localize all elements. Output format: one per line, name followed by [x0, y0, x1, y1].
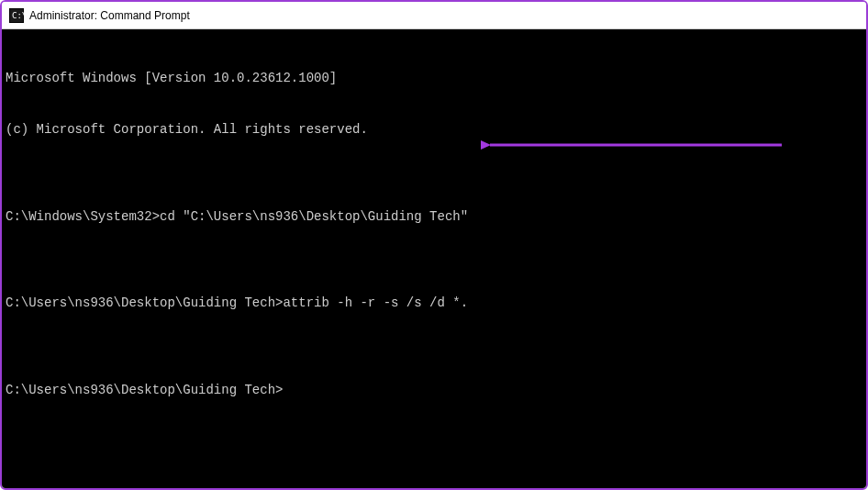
terminal-line: C:\Users\ns936\Desktop\Guiding Tech>attr…: [6, 295, 862, 312]
cmd-icon: C:\: [9, 8, 24, 23]
terminal-line: (c) Microsoft Corporation. All rights re…: [6, 121, 862, 139]
terminal-line: Microsoft Windows [Version 10.0.23612.10…: [6, 70, 862, 87]
command-prompt-window: C:\ Administrator: Command Prompt Micros…: [2, 2, 866, 488]
svg-text:C:\: C:\: [12, 11, 24, 20]
terminal-line: C:\Windows\System32>cd "C:\Users\ns936\D…: [6, 208, 862, 226]
titlebar[interactable]: C:\ Administrator: Command Prompt: [2, 2, 866, 29]
window-title: Administrator: Command Prompt: [29, 9, 190, 22]
terminal-area[interactable]: Microsoft Windows [Version 10.0.23612.10…: [2, 29, 866, 488]
terminal-line: C:\Users\ns936\Desktop\Guiding Tech>: [6, 382, 862, 399]
window-border: C:\ Administrator: Command Prompt Micros…: [0, 0, 868, 490]
